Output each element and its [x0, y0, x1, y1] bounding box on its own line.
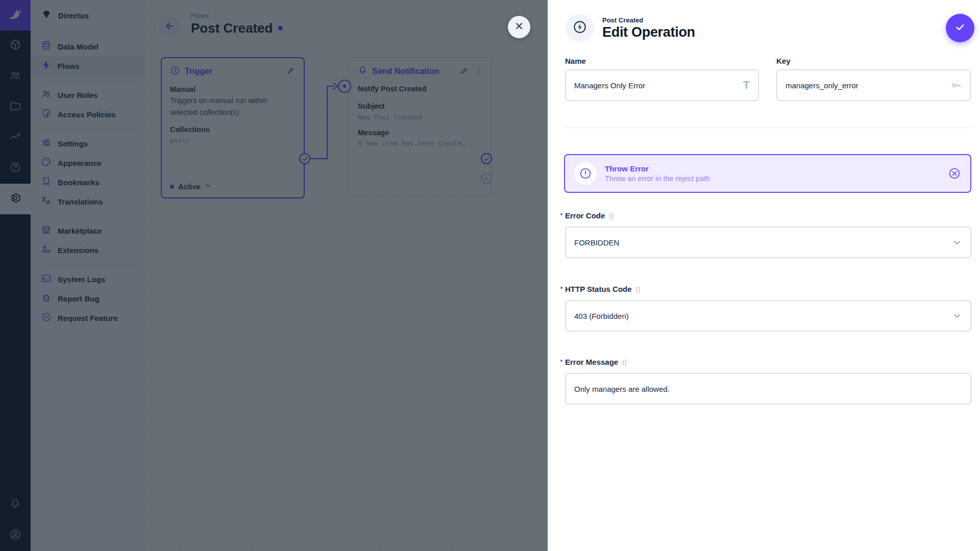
- raw-value-icon[interactable]: {}: [636, 285, 641, 293]
- name-label: Name: [565, 57, 586, 65]
- error-message-label: Error Message {}: [565, 358, 627, 366]
- error-message-input[interactable]: Only managers are allowed.: [565, 373, 971, 405]
- error-code-select[interactable]: FORBIDDEN: [565, 227, 971, 258]
- drawer-backdrop[interactable]: [0, 0, 548, 551]
- error-code-value: FORBIDDEN: [574, 238, 952, 247]
- name-input[interactable]: Managers Only Error T: [565, 69, 759, 101]
- operation-type-title: Throw Error: [605, 164, 940, 173]
- directus-app: Directus Data Model Flows User Roles Acc…: [0, 0, 980, 551]
- raw-value-icon[interactable]: {}: [622, 358, 627, 366]
- chevron-down-icon: [952, 311, 962, 321]
- close-icon: [514, 21, 524, 33]
- raw-value-icon[interactable]: {}: [609, 212, 614, 219]
- drawer-context: Post Created: [602, 16, 695, 24]
- operation-type-banner[interactable]: Throw Error Throw an error in the reject…: [564, 154, 971, 193]
- check-icon: [954, 21, 966, 35]
- key-icon: [950, 80, 962, 91]
- http-status-select[interactable]: 403 (Forbidden): [565, 300, 971, 332]
- required-dot: [560, 287, 562, 289]
- error-code-label: Error Code {}: [565, 211, 614, 220]
- key-label: Key: [776, 57, 791, 65]
- save-button[interactable]: [946, 14, 974, 42]
- bolt-circle-icon: [572, 19, 587, 37]
- required-dot: [560, 360, 562, 362]
- name-value: Managers Only Error: [574, 81, 743, 90]
- close-drawer-button[interactable]: [508, 16, 530, 38]
- http-status-value: 403 (Forbidden): [574, 312, 952, 320]
- key-input[interactable]: managers_only_error: [776, 69, 971, 101]
- error-message-value: Only managers are allowed.: [574, 385, 962, 393]
- chevron-down-icon: [952, 237, 962, 247]
- edit-operation-drawer: Post Created Edit Operation Name Manager…: [548, 0, 980, 551]
- throw-error-icon: [574, 162, 597, 185]
- drawer-title: Edit Operation: [602, 24, 695, 40]
- drawer-divider: [564, 128, 971, 128]
- deselect-operation-button[interactable]: [948, 167, 961, 180]
- operation-badge: [566, 14, 594, 42]
- key-value: managers_only_error: [786, 81, 950, 90]
- title-icon: T: [743, 79, 750, 92]
- operation-type-subtitle: Throw an error in the reject path: [605, 174, 940, 183]
- required-dot: [560, 213, 562, 215]
- http-status-label: HTTP Status Code {}: [565, 285, 640, 293]
